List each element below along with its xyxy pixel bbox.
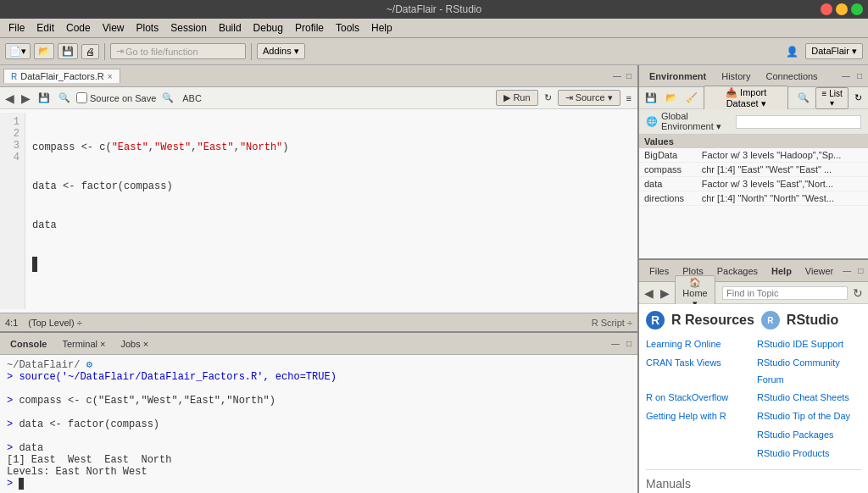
tab-jobs[interactable]: Jobs × xyxy=(114,337,155,351)
console-path-link[interactable]: ⚙ xyxy=(86,359,92,371)
run-button[interactable]: ▶ Run xyxy=(496,90,537,106)
env-row-bigdata[interactable]: BigData Factor w/ 3 levels "Hadoop","Sp.… xyxy=(639,148,868,163)
menu-file[interactable]: File xyxy=(3,20,30,36)
tab-history[interactable]: History xyxy=(715,69,757,83)
help-divider xyxy=(646,469,861,470)
help-back-button[interactable]: ◀ xyxy=(643,286,655,300)
env-row-directions[interactable]: directions chr [1:4] "North" "North" "We… xyxy=(639,191,868,206)
menu-view[interactable]: View xyxy=(97,20,130,36)
console-line-9: Levels: East North West xyxy=(7,466,631,478)
cursor-position: 4:1 xyxy=(5,318,18,328)
console-maximize-button[interactable]: □ xyxy=(624,338,634,349)
new-file-button[interactable]: 📄▾ xyxy=(5,43,31,59)
menu-debug[interactable]: Debug xyxy=(248,20,288,36)
left-pane: R DataFlair_Factors.R × — □ ◀ ▶ 💾 🔍 Sour… xyxy=(0,65,639,493)
env-refresh-button[interactable]: ↻ xyxy=(852,91,865,104)
tab-environment[interactable]: Environment xyxy=(643,69,713,83)
menu-profile[interactable]: Profile xyxy=(290,20,329,36)
env-row-data[interactable]: data Factor w/ 3 levels "East","Nort... xyxy=(639,177,868,191)
link-getting-help[interactable]: Getting Help with R xyxy=(646,408,750,425)
tab-files[interactable]: Files xyxy=(643,264,676,278)
link-products[interactable]: RStudio Products xyxy=(757,446,861,463)
console-minimize-button[interactable]: — xyxy=(609,338,622,349)
menu-plots[interactable]: Plots xyxy=(131,20,164,36)
tab-viewer[interactable]: Viewer xyxy=(798,264,840,278)
source-button[interactable]: ⇥ Source ▾ xyxy=(558,90,620,106)
tab-console[interactable]: Console xyxy=(3,337,53,351)
save-button[interactable]: 💾 xyxy=(58,43,78,59)
addins-button[interactable]: Addins ▾ xyxy=(257,43,305,59)
environment-selector[interactable]: 🌐 Global Environment ▾ xyxy=(639,109,868,135)
link-cran[interactable]: CRAN Task Views xyxy=(646,355,750,389)
source-on-save-label[interactable]: Source on Save xyxy=(76,92,156,103)
forward-button[interactable]: ▶ xyxy=(19,91,32,105)
link-cheat-sheets[interactable]: RStudio Cheat Sheets xyxy=(757,390,861,407)
editor-toolbar: ◀ ▶ 💾 🔍 Source on Save 🔍 ABC ▶ Run ↻ ⇥ S… xyxy=(0,87,637,109)
broom-icon[interactable]: 🧹 xyxy=(683,91,700,104)
help-forward-button[interactable]: ▶ xyxy=(659,286,671,300)
save-file-button[interactable]: 💾 xyxy=(36,91,53,104)
profile-button[interactable]: DataFlair ▾ xyxy=(805,43,863,59)
menu-build[interactable]: Build xyxy=(214,20,247,36)
minimize-button[interactable] xyxy=(836,3,848,15)
tab-packages[interactable]: Packages xyxy=(710,264,765,278)
link-community[interactable]: RStudio Community Forum xyxy=(757,355,861,389)
spell-check-button[interactable]: ABC xyxy=(180,92,204,104)
list-view-button[interactable]: ≡ List ▾ xyxy=(815,87,849,109)
help-search-input[interactable] xyxy=(722,286,848,300)
tab-terminal[interactable]: Terminal × xyxy=(55,337,112,351)
editor-tab-factors[interactable]: R DataFlair_Factors.R × xyxy=(3,69,120,83)
help-brands: R R Resources R RStudio xyxy=(646,311,861,330)
rerun-button[interactable]: ↻ xyxy=(542,91,554,104)
code-content[interactable]: compass <- c("East","West","East","North… xyxy=(25,113,637,309)
editor-area: R DataFlair_Factors.R × — □ ◀ ▶ 💾 🔍 Sour… xyxy=(0,65,637,331)
environment-search[interactable] xyxy=(736,115,861,129)
environment-toolbar: 💾 📂 🧹 📥 Import Dataset ▾ 🔍 ≡ List ▾ ↻ xyxy=(639,87,868,109)
menu-tools[interactable]: Tools xyxy=(331,20,364,36)
console-panel-controls: — □ xyxy=(609,338,634,349)
open-file-button[interactable]: 📂 xyxy=(34,43,54,59)
editor-minimize-button[interactable]: — xyxy=(610,70,624,81)
menu-edit[interactable]: Edit xyxy=(31,20,59,36)
env-row-compass[interactable]: compass chr [1:4] "East" "West" "East" .… xyxy=(639,163,868,177)
env-open-button[interactable]: 📂 xyxy=(663,91,680,104)
env-back-button[interactable]: 💾 xyxy=(643,91,659,104)
tab-connections[interactable]: Connections xyxy=(759,69,824,83)
menu-session[interactable]: Session xyxy=(165,20,212,36)
import-dataset-button[interactable]: 📥 Import Dataset ▾ xyxy=(704,86,788,111)
code-area[interactable]: 1 2 3 4 compass <- c("East","West","East… xyxy=(0,109,637,313)
titlebar: ~/DataFlair - RStudio xyxy=(0,0,868,19)
source-on-save-checkbox[interactable] xyxy=(76,92,87,103)
link-tip-of-day[interactable]: RStudio Tip of the Day xyxy=(757,408,861,425)
rstudio-logo: R xyxy=(761,311,780,330)
var-value-bigdata: Factor w/ 3 levels "Hadoop","Sp... xyxy=(697,148,868,163)
print-button[interactable]: 🖨 xyxy=(81,44,99,59)
editor-maximize-button[interactable]: □ xyxy=(624,70,634,81)
var-name-bigdata: BigData xyxy=(639,148,697,163)
help-refresh-button[interactable]: ↻ xyxy=(851,286,865,300)
link-learning-r[interactable]: Learning R Online xyxy=(646,336,750,353)
link-stackoverflow[interactable]: R on StackOverflow xyxy=(646,390,750,407)
env-minimize-button[interactable]: — xyxy=(839,70,853,81)
find-button[interactable]: 🔍 xyxy=(56,91,73,104)
options-button[interactable]: ≡ xyxy=(624,92,634,104)
close-button[interactable] xyxy=(821,3,832,15)
menu-code[interactable]: Code xyxy=(61,20,96,36)
console-content[interactable]: ~/DataFlair/ ⚙ > source('~/DataFlair/Dat… xyxy=(0,355,637,493)
menubar: File Edit Code View Plots Session Build … xyxy=(0,19,868,38)
link-rstudio-ide[interactable]: RStudio IDE Support xyxy=(757,336,861,353)
window-controls xyxy=(821,3,863,15)
help-maximize-button[interactable]: □ xyxy=(855,265,865,276)
env-search-button[interactable]: 🔍 xyxy=(795,91,812,104)
env-maximize-button[interactable]: □ xyxy=(854,70,865,81)
env-selector-label[interactable]: Global Environment ▾ xyxy=(661,111,729,132)
back-button[interactable]: ◀ xyxy=(3,91,16,105)
tab-close-icon[interactable]: × xyxy=(108,72,113,81)
tab-help[interactable]: Help xyxy=(765,264,798,278)
goto-button[interactable]: ⇥ Go to file/function xyxy=(110,43,246,59)
link-packages[interactable]: RStudio Packages xyxy=(757,427,861,444)
help-minimize-button[interactable]: — xyxy=(840,265,854,276)
menu-help[interactable]: Help xyxy=(366,20,398,36)
search-icon[interactable]: 🔍 xyxy=(159,91,176,104)
maximize-button[interactable] xyxy=(851,3,863,15)
